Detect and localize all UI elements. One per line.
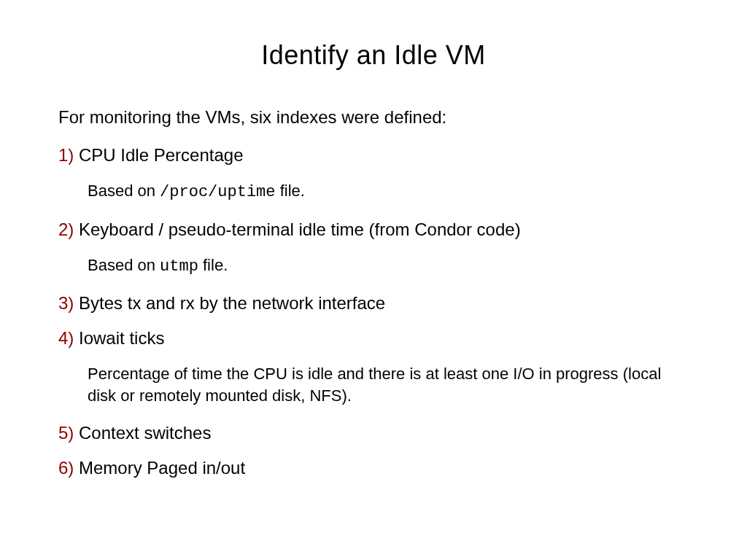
item-text: Keyboard / pseudo-terminal idle time (fr… bbox=[79, 219, 521, 239]
list-item: 4) Iowait ticks bbox=[58, 328, 689, 349]
sub-suffix: file. bbox=[198, 256, 228, 274]
sub-code: utmp bbox=[160, 257, 198, 276]
item-number: 4) bbox=[58, 328, 74, 348]
list-item: 5) Context switches bbox=[58, 423, 689, 443]
item-number: 2) bbox=[58, 219, 74, 239]
slide: Identify an Idle VM For monitoring the V… bbox=[0, 0, 747, 560]
item-text: Memory Paged in/out bbox=[79, 458, 245, 478]
sub-code: /proc/uptime bbox=[160, 183, 275, 201]
item-text: Context switches bbox=[79, 423, 211, 443]
list-item: 3) Bytes tx and rx by the network interf… bbox=[58, 293, 689, 314]
sub-suffix: file. bbox=[276, 182, 305, 200]
intro-text: For monitoring the VMs, six indexes were… bbox=[58, 107, 689, 128]
list-item: 6) Memory Paged in/out bbox=[58, 458, 689, 478]
item-text: Iowait ticks bbox=[79, 328, 164, 348]
sub-prefix: Based on bbox=[88, 182, 160, 200]
list-item: 1) CPU Idle Percentage bbox=[58, 145, 689, 166]
item-number: 6) bbox=[58, 458, 74, 478]
item-number: 1) bbox=[58, 145, 74, 165]
item-sub: Based on /proc/uptime file. bbox=[88, 180, 686, 203]
item-sub: Percentage of time the CPU is idle and t… bbox=[88, 363, 686, 406]
slide-title: Identify an Idle VM bbox=[58, 40, 689, 71]
item-text: Bytes tx and rx by the network interface bbox=[79, 293, 385, 313]
sub-prefix: Based on bbox=[88, 256, 160, 274]
list-item: 2) Keyboard / pseudo-terminal idle time … bbox=[58, 219, 689, 240]
item-number: 3) bbox=[58, 293, 74, 313]
sub-plain: Percentage of time the CPU is idle and t… bbox=[88, 365, 661, 405]
item-number: 5) bbox=[58, 423, 74, 443]
item-sub: Based on utmp file. bbox=[88, 254, 686, 278]
item-text: CPU Idle Percentage bbox=[79, 145, 243, 165]
